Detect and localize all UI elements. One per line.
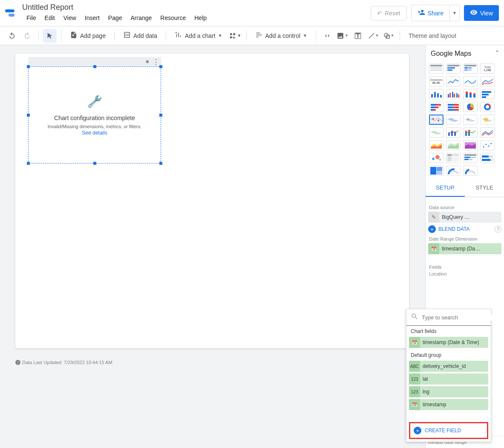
chart-type-table-heat[interactable] — [463, 63, 478, 74]
shape-button[interactable]: ▼ — [382, 29, 395, 43]
field-timestamp[interactable]: 📅 timestamp — [409, 399, 488, 410]
chart-type-area[interactable] — [429, 140, 444, 150]
chart-type-pivot-bars[interactable] — [463, 153, 478, 163]
chart-type-column[interactable] — [429, 89, 444, 99]
view-button[interactable]: View — [464, 5, 499, 21]
field-timestamp-datetime[interactable]: 📅 timestamp (Date & Time) — [409, 337, 488, 348]
add-control-button[interactable]: Add a control ▼ — [251, 29, 311, 43]
chart-type-geo-filled[interactable] — [446, 115, 461, 125]
chart-type-treemap[interactable] — [429, 166, 444, 176]
svg-point-62 — [486, 144, 487, 145]
menu-help[interactable]: Help — [190, 13, 211, 23]
reset-label: Reset — [385, 10, 400, 17]
report-page[interactable]: ✶ ⋮ 🔧 Chart configuration incomplete Inv… — [15, 54, 409, 348]
chart-type-google-map[interactable] — [429, 115, 444, 125]
menu-resource[interactable]: Resource — [156, 13, 190, 23]
help-icon[interactable]: ? — [495, 226, 501, 233]
panel-title: Google Maps — [431, 50, 471, 57]
theme-layout-button[interactable]: Theme and layout — [404, 30, 461, 42]
field-delivery-vehicle-id[interactable]: ABC delivery_vehicle_id — [409, 361, 488, 372]
field-search-input[interactable] — [422, 314, 493, 321]
select-tool-button[interactable] — [43, 29, 57, 43]
dimension-icon[interactable]: ✶ — [145, 58, 150, 65]
chart-type-scorecard-compact[interactable]: Sessions69.3K — [429, 76, 444, 86]
add-chart-button[interactable]: Add a chart ▼ — [170, 29, 227, 43]
tab-style[interactable]: STYLE — [465, 179, 504, 197]
chart-type-bar-100[interactable] — [446, 102, 461, 112]
chart-type-line-multi[interactable] — [480, 127, 495, 138]
reset-button[interactable]: ↶ Reset — [371, 6, 407, 20]
menu-view[interactable]: View — [59, 13, 81, 23]
svg-point-65 — [432, 158, 435, 160]
add-data-button[interactable]: Add data — [119, 29, 161, 43]
share-button[interactable]: Share — [411, 5, 449, 21]
chart-type-bar-horiz[interactable] — [480, 89, 495, 99]
chart-type-pie[interactable] — [463, 102, 478, 112]
chart-error-title: Chart configuration incomplete — [54, 115, 135, 121]
tab-setup[interactable]: SETUP — [426, 179, 465, 197]
chart-type-column-stacked[interactable] — [463, 89, 478, 99]
data-source-chip[interactable]: ✎ BigQuery … — [428, 212, 501, 223]
menu-arrange[interactable]: Arrange — [127, 13, 156, 23]
create-field-button[interactable]: + CREATE FIELD — [409, 422, 488, 439]
more-vert-icon[interactable]: ⋮ — [153, 58, 159, 66]
menu-page[interactable]: Page — [104, 13, 127, 23]
chart-type-table[interactable] — [429, 63, 444, 74]
chart-type-scorecard[interactable]: Total1,168 — [480, 63, 495, 74]
blend-data-button[interactable]: + BLEND DATA ? — [428, 225, 501, 233]
menu-edit[interactable]: Edit — [40, 13, 59, 23]
menu-file[interactable]: File — [22, 13, 40, 23]
text-button[interactable] — [351, 29, 365, 43]
chart-type-combo-stacked[interactable] — [463, 127, 478, 138]
field-label: timestamp (Date & Time) — [420, 339, 482, 345]
svg-rect-38 — [433, 109, 436, 111]
chart-type-bubble[interactable] — [429, 153, 444, 163]
document-title[interactable]: Untitled Report — [22, 3, 371, 12]
date-range-dimension-chip[interactable]: 📅 timestamp (Da… — [428, 243, 501, 254]
chart-type-table-bars[interactable] — [446, 63, 461, 74]
image-button[interactable]: ▼ — [336, 29, 349, 43]
see-details-link[interactable]: See details — [82, 130, 107, 136]
add-control-label: Add a control — [265, 32, 301, 39]
field-label: lng — [420, 389, 432, 395]
chart-type-gauge-2[interactable] — [463, 166, 478, 176]
chart-type-geo-usa[interactable] — [463, 115, 478, 125]
chart-type-gauge[interactable] — [446, 166, 461, 176]
svg-rect-71 — [452, 156, 459, 161]
chart-type-area-stacked[interactable] — [446, 140, 461, 150]
embed-button[interactable] — [320, 29, 334, 43]
chart-type-sparkline-multi[interactable] — [480, 76, 495, 86]
line-button[interactable]: ▼ — [366, 29, 380, 43]
chart-object[interactable]: ✶ ⋮ 🔧 Chart configuration incomplete Inv… — [28, 57, 161, 164]
wrench-icon: 🔧 — [88, 94, 102, 109]
field-lng[interactable]: 123 lng — [409, 386, 488, 397]
share-dropdown-button[interactable]: ▼ — [449, 5, 460, 21]
chart-type-column-grouped[interactable] — [446, 89, 461, 99]
menu-insert[interactable]: Insert — [81, 13, 104, 23]
chart-type-bar-stacked[interactable] — [429, 102, 444, 112]
svg-rect-7 — [447, 67, 455, 69]
svg-rect-29 — [473, 93, 475, 95]
chart-type-geo-world[interactable] — [429, 127, 444, 138]
chart-type-donut[interactable] — [480, 102, 495, 112]
add-page-button[interactable]: Add page — [66, 29, 110, 43]
svg-rect-17 — [440, 95, 442, 98]
chart-type-geo-heat[interactable] — [480, 115, 495, 125]
chart-type-bullet[interactable] — [480, 153, 495, 163]
chart-type-area-100[interactable] — [463, 140, 478, 150]
redo-button[interactable] — [20, 29, 34, 43]
chart-type-pivot[interactable] — [446, 153, 461, 163]
chart-type-sparkline-smooth[interactable] — [463, 76, 478, 86]
svg-rect-76 — [469, 159, 472, 160]
collapse-panel-icon[interactable]: ˄ — [495, 49, 499, 57]
chart-type-combo[interactable] — [446, 127, 461, 138]
chart-type-scatter[interactable] — [480, 140, 495, 150]
svg-rect-5 — [430, 69, 442, 71]
svg-point-47 — [486, 105, 489, 109]
chart-type-sparkline[interactable] — [446, 76, 461, 86]
svg-rect-81 — [430, 167, 436, 175]
undo-button[interactable] — [5, 29, 19, 43]
pencil-icon[interactable]: ✎ — [428, 212, 439, 223]
community-viz-button[interactable]: ▼ — [228, 29, 242, 43]
field-lat[interactable]: 123 lat — [409, 373, 488, 385]
